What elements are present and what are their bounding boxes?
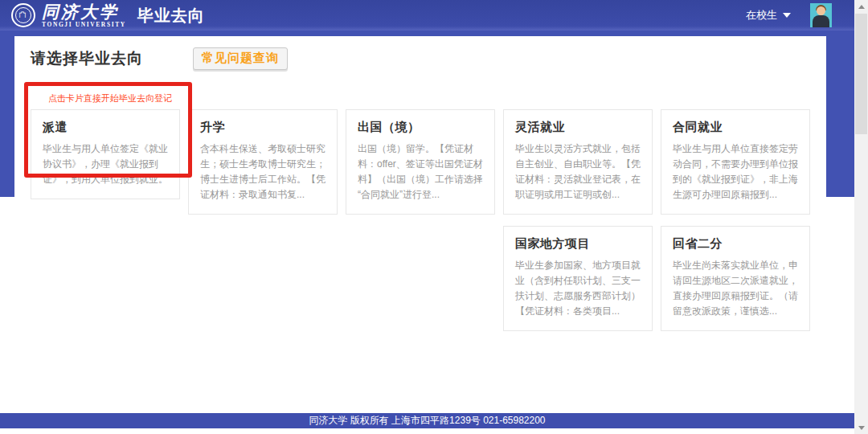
vertical-scrollbar[interactable] xyxy=(854,0,868,434)
main-content-panel: 请选择毕业去向 常见问题查询 点击卡片直接开始毕业去向登记 派遣 毕业生与用人单… xyxy=(14,36,826,414)
card-further-study[interactable]: 升学 含本科生保送、考取硕士研究生；硕士生考取博士研究生；博士生进博士后工作站。… xyxy=(188,109,338,215)
card-title: 国家地方项目 xyxy=(515,236,641,252)
card-description: 出国（境）留学。【凭证材料：offer、签证等出国凭证材料】（出国（境）工作请选… xyxy=(358,141,483,203)
top-header-bar: 同济大学 TONGJI UNIVERSITY 毕业去向 在校生 xyxy=(0,0,854,31)
scrollbar-thumb[interactable] xyxy=(855,14,867,134)
card-title: 升学 xyxy=(200,120,326,135)
card-title: 合同就业 xyxy=(673,120,798,135)
card-description: 毕业生与用人单位直接签定劳动合同，不需要办理到单位报到的《就业报到证》，非上海生… xyxy=(673,141,798,203)
page-title: 毕业去向 xyxy=(137,5,205,27)
card-national-local-programs[interactable]: 国家地方项目 毕业生参加国家、地方项目就业（含到村任职计划、三支一扶计划、志愿服… xyxy=(503,226,653,331)
section-heading: 请选择毕业去向 xyxy=(31,48,143,69)
copyright-text: 同济大学 版权所有 上海市四平路1239号 021-65982200 xyxy=(309,414,545,428)
card-title: 回省二分 xyxy=(673,236,798,252)
faq-query-button[interactable]: 常见问题查询 xyxy=(193,47,288,70)
avatar[interactable] xyxy=(810,3,832,27)
scroll-up-button[interactable] xyxy=(854,0,868,13)
card-description: 毕业生以灵活方式就业，包括自主创业、自由职业等。【凭证材料：灵活就业登记表，在职… xyxy=(515,141,641,203)
scroll-down-button[interactable] xyxy=(854,421,868,434)
card-description: 毕业生参加国家、地方项目就业（含到村任职计划、三支一扶计划、志愿服务西部计划）【… xyxy=(515,258,641,319)
card-flexible-employment[interactable]: 灵活就业 毕业生以灵活方式就业，包括自主创业、自由职业等。【凭证材料：灵活就业登… xyxy=(503,109,653,215)
card-title: 派遣 xyxy=(43,120,168,135)
destination-card-grid: 派遣 毕业生与用人单位签定《就业协议书》，办理《就业报到证》，到用人单位报到就业… xyxy=(31,109,810,331)
university-name-cn: 同济大学 xyxy=(42,3,126,20)
card-contract-employment[interactable]: 合同就业 毕业生与用人单位直接签定劳动合同，不需要办理到单位报到的《就业报到证》… xyxy=(661,109,810,215)
university-name-en: TONGJI UNIVERSITY xyxy=(42,22,126,28)
arrow-down-icon xyxy=(858,426,865,430)
university-logo: 同济大学 TONGJI UNIVERSITY xyxy=(11,3,126,28)
user-role-label: 在校生 xyxy=(746,8,777,23)
card-title: 灵活就业 xyxy=(515,120,641,135)
card-description: 毕业生与用人单位签定《就业协议书》，办理《就业报到证》，到用人单位报到就业。 xyxy=(43,141,168,187)
chevron-down-icon xyxy=(783,13,791,18)
arrow-up-icon xyxy=(858,5,865,9)
click-card-hint: 点击卡片直接开始毕业去向登记 xyxy=(48,92,810,104)
card-go-abroad[interactable]: 出国（境） 出国（境）留学。【凭证材料：offer、签证等出国凭证材料】（出国（… xyxy=(346,109,495,215)
graduation-destination-page: 同济大学 TONGJI UNIVERSITY 毕业去向 在校生 请选择毕业去向 … xyxy=(0,0,868,434)
card-description: 毕业生尚未落实就业单位，申请回生源地区二次派遣就业，直接办理回原籍报到证。（请留… xyxy=(673,258,798,319)
card-dispatch[interactable]: 派遣 毕业生与用人单位签定《就业协议书》，办理《就业报到证》，到用人单位报到就业… xyxy=(31,109,180,199)
card-description: 含本科生保送、考取硕士研究生；硕士生考取博士研究生；博士生进博士后工作站。【凭证… xyxy=(200,141,326,203)
card-title: 出国（境） xyxy=(358,120,483,135)
university-seal-icon xyxy=(11,3,35,27)
card-return-province-dispatch[interactable]: 回省二分 毕业生尚未落实就业单位，申请回生源地区二次派遣就业，直接办理回原籍报到… xyxy=(661,226,810,331)
footer-bar: 同济大学 版权所有 上海市四平路1239号 021-65982200 xyxy=(0,413,854,428)
user-role-dropdown[interactable]: 在校生 xyxy=(746,8,791,23)
